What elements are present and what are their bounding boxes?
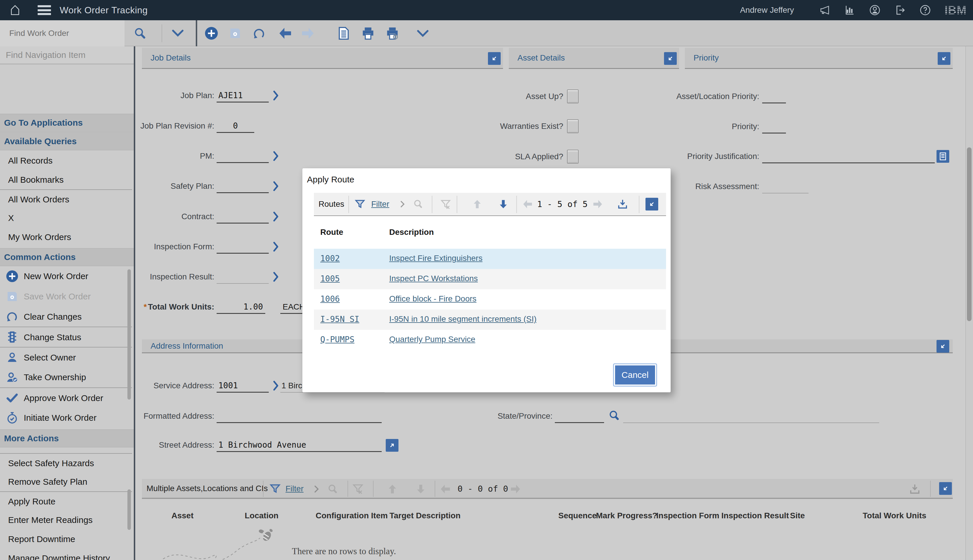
- route-description-link[interactable]: Quarterly Pump Service: [389, 335, 475, 344]
- sidebar-item-initiate-work-order[interactable]: Initiate Work Order: [0, 408, 132, 428]
- collapse-section-icon[interactable]: [936, 340, 949, 353]
- filter-link[interactable]: Filter: [285, 484, 303, 493]
- home-icon[interactable]: [9, 4, 22, 17]
- find-navigation-input[interactable]: [0, 46, 134, 64]
- previous-record-icon[interactable]: [278, 27, 292, 39]
- sidebar-item-take-ownership[interactable]: Take Ownership: [0, 367, 132, 387]
- search-icon[interactable]: [133, 26, 147, 40]
- route-link[interactable]: Q-PUMPS: [320, 335, 355, 344]
- sidebar-item-manage-downtime-history[interactable]: Manage Downtime History: [0, 549, 132, 560]
- sidebar-item-report-downtime[interactable]: Report Downtime: [0, 530, 132, 549]
- contract-field[interactable]: [217, 210, 269, 223]
- column-header-site[interactable]: Site: [790, 511, 805, 520]
- search-options-chevron-icon[interactable]: [172, 28, 184, 38]
- filter-icon[interactable]: [355, 193, 365, 215]
- inspection-result-detail-chevron-icon[interactable]: [273, 272, 279, 282]
- sidebar-item-x-query[interactable]: X: [0, 208, 132, 228]
- pm-detail-chevron-icon[interactable]: [273, 151, 279, 161]
- column-header-inspection-result[interactable]: Inspection Result: [721, 511, 789, 520]
- route-link[interactable]: I-95N SI: [320, 315, 359, 324]
- route-row-qpumps[interactable]: Q-PUMPS Quarterly Pump Service: [314, 330, 666, 350]
- route-description-link[interactable]: Inspect PC Workstations: [389, 274, 478, 283]
- formatted-address-field[interactable]: [217, 410, 382, 423]
- sidebar-item-select-safety-hazards[interactable]: Select Safety Hazards: [0, 453, 132, 472]
- move-row-down-icon[interactable]: [498, 193, 508, 215]
- sidebar-item-change-status[interactable]: Change Status: [0, 327, 132, 347]
- column-header-asset[interactable]: Asset: [172, 511, 193, 520]
- sidebar-section-go-to-applications[interactable]: Go To Applications: [0, 114, 134, 132]
- sidebar-item-approve-work-order[interactable]: Approve Work Order: [0, 387, 132, 408]
- street-address-field[interactable]: 1 Birchwood Avenue: [217, 439, 382, 452]
- safety-plan-field[interactable]: [217, 180, 269, 193]
- sidebar-item-select-owner[interactable]: Select Owner: [0, 347, 132, 367]
- collapse-section-icon[interactable]: [488, 52, 501, 65]
- contract-detail-chevron-icon[interactable]: [273, 212, 279, 222]
- find-navigation-field[interactable]: [0, 46, 134, 64]
- sidebar-item-remove-safety-plan[interactable]: Remove Safety Plan: [0, 472, 132, 492]
- route-link[interactable]: 1002: [320, 253, 340, 263]
- route-row-1005[interactable]: 1005 Inspect PC Workstations: [314, 269, 666, 289]
- collapse-table-icon[interactable]: [645, 198, 658, 210]
- route-link[interactable]: 1005: [320, 274, 340, 283]
- collapse-section-icon[interactable]: [938, 52, 950, 65]
- logout-icon[interactable]: [894, 4, 906, 16]
- sidebar-item-all-work-orders[interactable]: All Work Orders: [0, 189, 132, 208]
- help-icon[interactable]: [919, 4, 931, 16]
- announcement-icon[interactable]: [819, 4, 831, 16]
- column-header-inspection-form[interactable]: Inspection Form: [656, 511, 719, 520]
- inspection-form-field[interactable]: [217, 240, 269, 253]
- route-description-link[interactable]: Office block - Fire Doors: [389, 294, 477, 303]
- sidebar-item-all-records[interactable]: All Records: [0, 151, 132, 170]
- sidebar-section-available-queries[interactable]: Available Queries: [0, 132, 134, 150]
- job-plan-revision-field[interactable]: 0: [217, 120, 254, 133]
- find-work-order-input[interactable]: [0, 20, 125, 46]
- route-row-1006[interactable]: 1006 Office block - Fire Doors: [314, 289, 666, 310]
- reports-icon[interactable]: [844, 4, 855, 16]
- common-actions-scrollbar[interactable]: [127, 269, 131, 400]
- filter-icon[interactable]: [269, 483, 281, 495]
- cancel-button[interactable]: Cancel: [614, 364, 656, 386]
- column-header-sequence[interactable]: Sequence: [558, 511, 596, 520]
- job-plan-field[interactable]: AJE11: [217, 89, 269, 103]
- filter-link[interactable]: Filter: [371, 193, 389, 215]
- print-with-attachments-icon[interactable]: [386, 27, 399, 40]
- clear-changes-icon[interactable]: [253, 27, 266, 40]
- asset-location-priority-field[interactable]: [762, 90, 786, 103]
- route-link[interactable]: 1006: [320, 294, 340, 304]
- total-work-units-field[interactable]: 1.00: [217, 300, 265, 314]
- route-description-link[interactable]: I-95N in 10 mile segment increments (SI): [389, 315, 536, 324]
- sidebar-item-clear-changes[interactable]: Clear Changes: [0, 307, 132, 327]
- download-icon[interactable]: [617, 193, 628, 215]
- column-header-target-description[interactable]: Target Description: [390, 511, 460, 520]
- column-header-location[interactable]: Location: [245, 511, 278, 520]
- route-description-link[interactable]: Inspect Fire Extinguishers: [389, 253, 482, 263]
- sidebar-section-more-actions[interactable]: More Actions: [0, 429, 134, 447]
- report-icon[interactable]: [337, 27, 350, 40]
- open-map-icon[interactable]: [386, 439, 398, 452]
- sidebar-item-my-work-orders[interactable]: My Work Orders: [0, 228, 132, 247]
- route-row-i95n[interactable]: I-95N SI I-95N in 10 mile segment increm…: [314, 310, 666, 330]
- description-column-header[interactable]: Description: [389, 228, 434, 237]
- pm-field[interactable]: [217, 150, 269, 163]
- long-description-icon[interactable]: [936, 150, 949, 163]
- column-header-configuration-item[interactable]: Configuration Item: [316, 511, 388, 520]
- state-province-field[interactable]: [555, 410, 604, 423]
- page-scrollbar-thumb[interactable]: [967, 147, 971, 321]
- route-row-1002[interactable]: 1002 Inspect Fire Extinguishers: [314, 249, 666, 269]
- more-actions-scrollbar[interactable]: [127, 489, 131, 530]
- service-address-field[interactable]: 1001: [217, 379, 269, 393]
- service-address-detail-chevron-icon[interactable]: [273, 380, 279, 391]
- sidebar-item-new-work-order[interactable]: New Work Order: [0, 266, 132, 287]
- sidebar-item-apply-route[interactable]: Apply Route: [0, 492, 132, 510]
- priority-field[interactable]: [762, 120, 786, 133]
- collapse-table-icon[interactable]: [939, 482, 952, 495]
- page-scrollbar[interactable]: [965, 46, 973, 560]
- safety-plan-detail-chevron-icon[interactable]: [273, 181, 279, 192]
- profile-icon[interactable]: [869, 4, 881, 16]
- filter-expand-chevron-icon[interactable]: [313, 485, 320, 493]
- sidebar-item-all-bookmarks[interactable]: All Bookmarks: [0, 170, 132, 189]
- asset-up-checkbox[interactable]: [567, 90, 578, 103]
- download-icon[interactable]: [909, 483, 921, 495]
- menu-icon[interactable]: [38, 5, 51, 15]
- sla-applied-checkbox[interactable]: [567, 150, 578, 163]
